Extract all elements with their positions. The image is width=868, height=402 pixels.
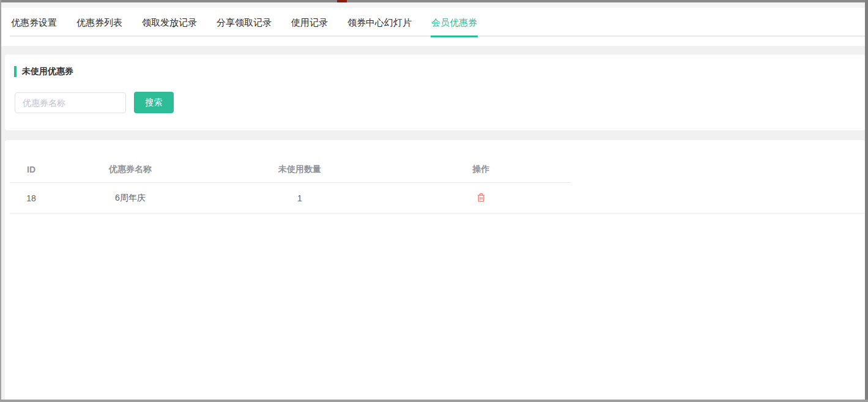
filter-card: 未使用优惠券 搜索 bbox=[5, 54, 865, 130]
table-header-row: ID 优惠券名称 未使用数量 操作 bbox=[10, 156, 571, 183]
tab-usage-records[interactable]: 使用记录 bbox=[291, 17, 328, 37]
cell-coupon-name: 6周年庆 bbox=[53, 193, 208, 204]
window-top-red-fragment bbox=[337, 0, 347, 2]
top-strip bbox=[1, 2, 865, 8]
tab-coupon-center-slides[interactable]: 领券中心幻灯片 bbox=[347, 17, 412, 37]
search-button[interactable]: 搜索 bbox=[134, 92, 174, 113]
app-window: 优惠券设置 优惠券列表 领取发放记录 分享领取记录 使用记录 领券中心幻灯片 会… bbox=[0, 0, 868, 402]
table-row: 18 6周年庆 1 bbox=[10, 183, 865, 214]
cell-action bbox=[391, 192, 571, 204]
section-marker-bar bbox=[14, 66, 17, 77]
tab-member-coupons[interactable]: 会员优惠券 bbox=[431, 17, 477, 37]
table-card: ID 优惠券名称 未使用数量 操作 18 6周年庆 1 bbox=[5, 140, 865, 400]
column-header-coupon-name: 优惠券名称 bbox=[53, 164, 208, 175]
search-row: 搜索 bbox=[14, 92, 865, 113]
section-title-row: 未使用优惠券 bbox=[14, 66, 865, 77]
trash-icon bbox=[477, 195, 486, 204]
tab-share-claim-records[interactable]: 分享领取记录 bbox=[217, 17, 272, 37]
cell-id: 18 bbox=[10, 193, 53, 203]
tabs: 优惠券设置 优惠券列表 领取发放记录 分享领取记录 使用记录 领券中心幻灯片 会… bbox=[11, 17, 477, 37]
window-border-right[interactable] bbox=[865, 0, 868, 402]
column-header-action: 操作 bbox=[391, 164, 571, 175]
coupon-tab-bar: 优惠券设置 优惠券列表 领取发放记录 分享领取记录 使用记录 领券中心幻灯片 会… bbox=[1, 8, 865, 46]
tab-coupon-settings[interactable]: 优惠券设置 bbox=[11, 17, 57, 37]
section-gap bbox=[1, 130, 865, 140]
tab-coupon-list[interactable]: 优惠券列表 bbox=[76, 17, 122, 37]
cell-unused-count: 1 bbox=[208, 193, 391, 203]
column-header-unused-count: 未使用数量 bbox=[208, 164, 391, 175]
section-gap bbox=[1, 46, 865, 54]
coupon-name-input[interactable] bbox=[15, 92, 126, 113]
page-content: 优惠券设置 优惠券列表 领取发放记录 分享领取记录 使用记录 领券中心幻灯片 会… bbox=[1, 2, 865, 400]
window-border-left bbox=[0, 0, 1, 402]
tab-claim-issue-records[interactable]: 领取发放记录 bbox=[142, 17, 197, 37]
column-header-id: ID bbox=[10, 165, 53, 174]
window-border-bottom[interactable] bbox=[0, 400, 868, 402]
delete-button[interactable] bbox=[475, 192, 487, 204]
section-title: 未使用优惠券 bbox=[22, 66, 73, 77]
window-border-top bbox=[0, 0, 868, 2]
